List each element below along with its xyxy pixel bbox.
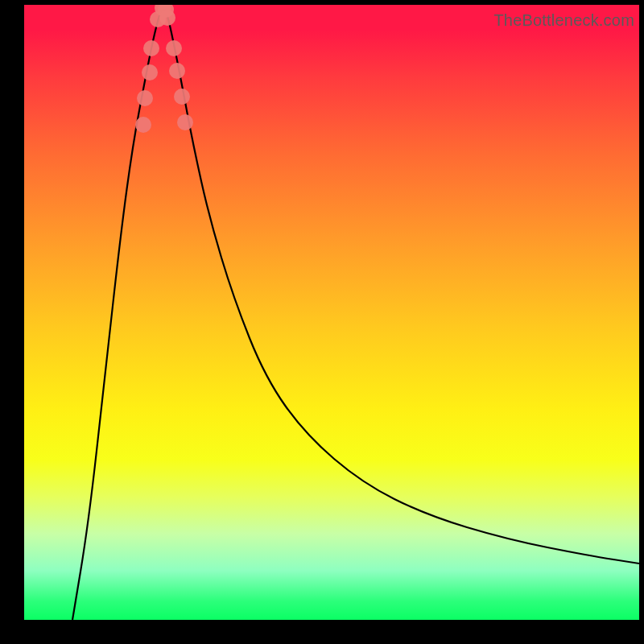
plot-area: TheBottleneck.com — [24, 5, 639, 620]
highlight-dot — [137, 90, 153, 106]
highlight-dot — [159, 10, 175, 26]
chart-frame: TheBottleneck.com — [0, 0, 644, 644]
curve-path — [72, 10, 639, 620]
highlight-dot — [166, 40, 182, 56]
highlight-dot — [135, 117, 151, 133]
highlight-dot — [169, 63, 185, 79]
bottleneck-curve — [24, 5, 639, 620]
highlight-dot — [142, 64, 158, 80]
highlight-dot — [174, 89, 190, 105]
highlight-dot — [143, 40, 159, 56]
highlight-dot — [177, 114, 193, 130]
